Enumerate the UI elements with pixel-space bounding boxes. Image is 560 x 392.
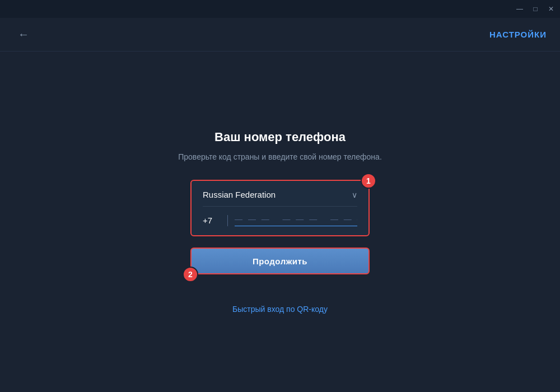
country-selector[interactable]: Russian Federation ∨ (203, 190, 357, 207)
country-name: Russian Federation (203, 190, 276, 199)
continue-button-wrapper: Продолжить 2 (190, 248, 370, 274)
back-button[interactable]: ← (13, 24, 34, 45)
phone-number-input[interactable] (235, 214, 357, 226)
settings-link[interactable]: НАСТРОЙКИ (489, 30, 547, 39)
country-code-label: +7 (203, 216, 221, 225)
continue-button[interactable]: Продолжить (190, 248, 370, 274)
title-bar: — □ ✕ (0, 0, 560, 18)
phone-divider (227, 215, 228, 226)
title-bar-buttons: — □ ✕ (515, 4, 556, 13)
page-subtitle: Проверьте код страны и введите свой номе… (178, 151, 382, 163)
maximize-button[interactable]: □ (531, 4, 540, 13)
chevron-down-icon: ∨ (352, 190, 357, 199)
minimize-button[interactable]: — (515, 4, 524, 13)
page-title: Ваш номер телефона (214, 130, 346, 144)
form-container: Ваш номер телефона Проверьте код страны … (174, 130, 386, 314)
step-badge-1: 1 (361, 173, 376, 189)
step-badge-2: 2 (183, 267, 198, 282)
header: ← НАСТРОЙКИ (0, 18, 560, 52)
phone-input-box: 1 Russian Federation ∨ +7 (190, 180, 370, 236)
qr-login-link[interactable]: Быстрый вход по QR-коду (232, 305, 328, 314)
phone-number-row: +7 (203, 214, 357, 226)
main-content: Ваш номер телефона Проверьте код страны … (0, 52, 560, 392)
close-button[interactable]: ✕ (547, 4, 556, 13)
